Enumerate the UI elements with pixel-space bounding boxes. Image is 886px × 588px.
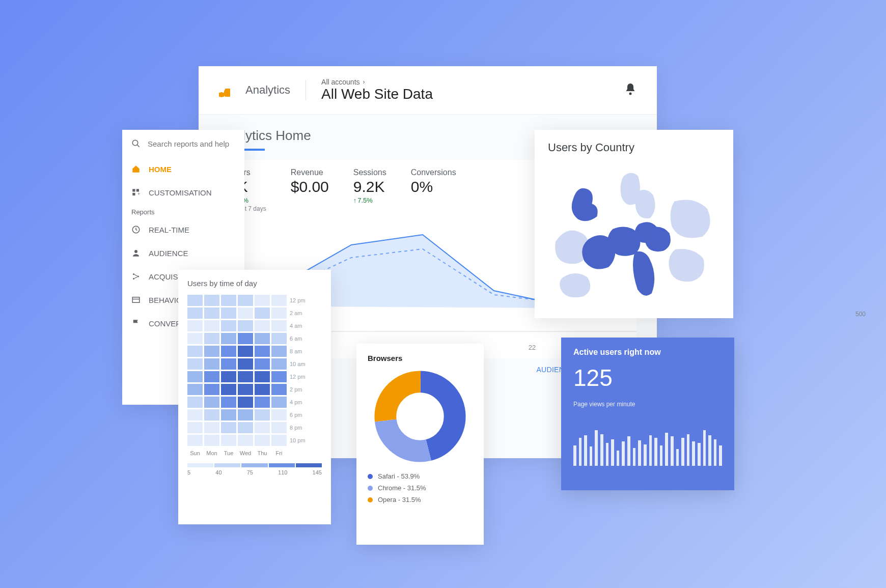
heatmap-cell [187,435,203,446]
heatmap-cell [238,307,253,319]
heatmap-cell [255,307,270,319]
accounts-label: All accounts [321,78,359,86]
europe-map [548,160,720,308]
mini-bar [622,441,625,466]
legend-dot-icon [368,486,373,491]
sidebar-item-realtime[interactable]: REAL-TIME [122,218,244,241]
heatmap-time-labels: 12 pm2 am4 am6 am8 am10 am12 pm2 pm4 pm6… [290,295,306,446]
heatmap-cell [204,320,219,331]
heatmap-cell [221,295,236,306]
heatmap-title: Users by time of day [187,279,322,288]
heatmap-cell [221,397,236,408]
flag-icon [131,319,141,328]
sidebar-item-audience[interactable]: AUDIENCE [122,241,244,265]
heatmap-cell [221,333,236,344]
browsers-title: Browsers [368,354,473,362]
svg-rect-12 [132,193,135,195]
country-card: Users by Country [535,130,733,318]
heatmap-cell [271,295,287,306]
heatmap-cell [238,422,253,433]
mini-bar [719,445,722,466]
mini-bar [671,436,674,466]
svg-rect-19 [132,297,140,303]
heatmap-cell [187,346,203,357]
mini-bar [703,430,706,466]
svg-point-18 [137,276,139,277]
browser-legend-item: Chrome - 31.5% [368,484,473,492]
browsers-card: Browsers Safari - 53.9%Chrome - 31.5%Ope… [356,344,484,545]
x-tick: 22 [529,344,536,351]
metric-label: Sessions [353,168,386,177]
heatmap-cell [238,435,253,446]
heatmap-cell [238,397,253,408]
heatmap-legend-bar [187,463,322,467]
account-switcher[interactable]: All accounts › All Web Site Data [321,78,433,102]
heatmap-cell [238,371,253,382]
mini-bar [687,434,690,466]
heatmap-cell [271,409,287,421]
metric-value: 0% [411,178,456,195]
heatmap-cell [255,333,270,344]
sidebar-item-label: HOME [149,165,172,174]
search-icon [131,139,141,148]
mini-bar [676,449,679,466]
mini-bar [708,435,711,466]
mini-bar [665,433,668,466]
browser-legend-item: Safari - 53.9% [368,472,473,480]
pageviews-bar-chart [573,415,722,466]
svg-point-24 [398,395,442,438]
mini-bar [573,445,576,466]
heatmap-cell [238,346,253,357]
heatmap-cell [204,422,219,433]
mini-bar [595,430,598,466]
heatmap-card: Users by time of day 12 pm2 am4 am6 am8 … [178,270,331,524]
heatmap-cell [271,358,287,370]
heatmap-day-labels: SunMonTueWedThuFri [187,450,322,456]
heatmap-cell [271,371,287,382]
browsers-donut-chart [374,371,466,462]
svg-rect-10 [132,189,135,191]
svg-point-16 [133,273,134,275]
heatmap-cell [255,371,270,382]
active-users-title: Active users right now [573,348,722,357]
heatmap-cell [271,307,287,319]
svg-rect-4 [224,90,229,97]
metric-conversions[interactable]: Conversions 0% [411,168,456,212]
metric-revenue[interactable]: Revenue $0.00 [291,168,329,212]
legend-dot-icon [368,474,373,479]
bell-icon[interactable] [624,82,636,98]
search-row[interactable] [122,130,244,157]
heatmap-cell [204,358,219,370]
heatmap-cell [221,409,236,421]
heatmap-cell [255,435,270,446]
heatmap-cell [204,295,219,306]
heatmap-cell [204,384,219,395]
heatmap-cell [255,346,270,357]
sidebar-item-customisation[interactable]: + CUSTOMISATION [122,181,244,204]
metric-label: Conversions [411,168,456,177]
heatmap-cell [187,371,203,382]
svg-point-17 [133,278,134,279]
mini-bar [649,435,652,466]
heatmap-cell [271,422,287,433]
svg-point-15 [134,250,137,253]
mini-bar [654,438,657,466]
heatmap-cell [255,422,270,433]
heatmap-cell [271,333,287,344]
svg-point-6 [629,93,632,95]
mini-bar [590,446,593,466]
heatmap-cell [187,307,203,319]
browser-legend-item: Opera - 31.5% [368,496,473,503]
grid-icon [131,295,141,304]
heatmap-cell [221,422,236,433]
sidebar-item-home[interactable]: HOME [122,157,244,181]
heatmap-cell [271,397,287,408]
heatmap-cell [221,435,236,446]
sidebar-item-label: AUDIENCE [149,249,188,258]
mini-bar [633,448,636,466]
mini-bar [627,436,630,466]
metric-sessions[interactable]: Sessions 9.2K ↑7.5% [353,168,386,212]
heatmap-cell [204,371,219,382]
active-users-sub: Page views per minute [573,401,722,408]
search-input[interactable] [148,139,235,148]
